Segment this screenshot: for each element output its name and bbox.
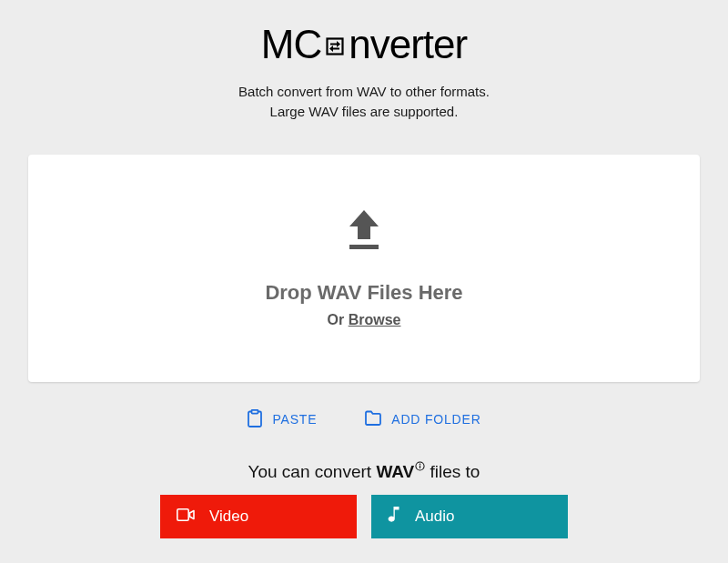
- svg-rect-3: [252, 409, 258, 413]
- dropzone-subtitle: Or Browse: [328, 312, 401, 328]
- video-format-button[interactable]: Video: [160, 495, 357, 538]
- add-folder-label: ADD FOLDER: [391, 412, 480, 427]
- app-logo: MC nverter: [261, 22, 467, 67]
- dropzone-or-text: Or: [328, 312, 349, 327]
- dropzone-title: Drop WAV Files Here: [265, 281, 462, 305]
- upload-icon: [344, 208, 384, 256]
- file-dropzone[interactable]: Drop WAV Files Here Or Browse: [28, 155, 700, 382]
- info-icon[interactable]: [415, 461, 425, 471]
- convert-format: WAV: [376, 462, 414, 481]
- audio-format-button[interactable]: Audio: [371, 495, 568, 538]
- clipboard-icon: [247, 409, 263, 430]
- convert-prefix: You can convert: [248, 462, 377, 481]
- secondary-actions: PASTE ADD FOLDER: [243, 406, 484, 434]
- music-note-icon: [388, 506, 400, 527]
- swap-icon: [324, 35, 346, 57]
- video-icon: [177, 508, 195, 526]
- convert-suffix: files to: [425, 462, 480, 481]
- logo-text-part2: nverter: [349, 22, 467, 67]
- add-folder-button[interactable]: ADD FOLDER: [360, 407, 484, 433]
- folder-icon: [364, 410, 382, 429]
- page-subtitle: Batch convert from WAV to other formats.…: [238, 82, 490, 122]
- svg-point-5: [420, 463, 420, 464]
- format-buttons-row: Video Audio: [160, 495, 568, 538]
- logo-text-part1: MC: [261, 22, 321, 67]
- svg-rect-0: [328, 39, 343, 55]
- convert-heading: You can convert WAV files to: [248, 461, 480, 482]
- browse-link[interactable]: Browse: [349, 312, 401, 327]
- paste-button[interactable]: PASTE: [243, 406, 320, 434]
- video-label: Video: [209, 508, 248, 526]
- subtitle-line2: Large WAV files are supported.: [238, 102, 490, 122]
- svg-rect-6: [420, 465, 420, 467]
- svg-rect-1: [349, 245, 379, 249]
- svg-rect-7: [177, 509, 188, 520]
- subtitle-line1: Batch convert from WAV to other formats.: [238, 82, 490, 102]
- paste-label: PASTE: [272, 412, 317, 427]
- audio-label: Audio: [415, 508, 454, 526]
